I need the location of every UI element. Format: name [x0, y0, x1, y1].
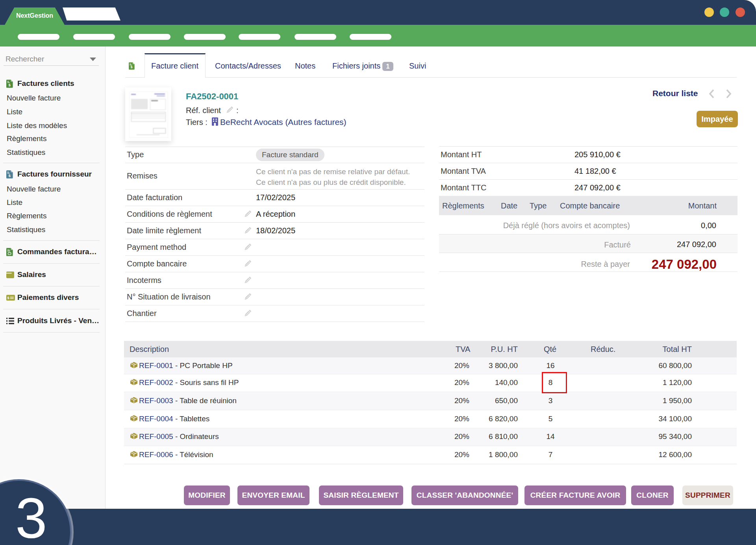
svg-text:$: $ [8, 173, 11, 178]
svg-text:$: $ [7, 296, 9, 300]
svg-text:$: $ [131, 65, 133, 69]
svg-text:$: $ [8, 83, 11, 87]
